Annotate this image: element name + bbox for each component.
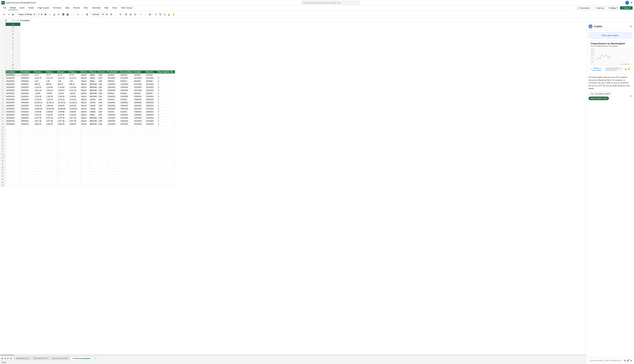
tab-insert[interactable]: Insert [18,6,26,10]
cell-r12c9[interactable]: 2/28/2022 [107,104,120,107]
empty-cell-r38c0[interactable] [6,184,20,187]
empty-cell-r33c13[interactable] [158,169,175,172]
cell-r2c0[interactable]: 10/20/2023 [6,74,20,77]
empty-cell-r36c13[interactable] [158,178,175,181]
cell-r10c11[interactable]: 2/28/2022 [134,98,146,101]
empty-cell-r36c11[interactable] [134,178,146,181]
cell-r9c8[interactable]: USD [98,95,107,98]
col-header-K[interactable]: K [6,57,20,60]
cell-r3c7[interactable]: SMALL [89,77,98,80]
empty-cell-r34c0[interactable] [6,172,20,175]
empty-cell-r20c6[interactable] [80,129,89,132]
empty-cell-r33c0[interactable] [6,169,20,172]
cell-r18c9[interactable]: 3/31/2022 [107,123,120,126]
empty-cell-r35c4[interactable] [57,175,69,178]
empty-cell-r38c6[interactable] [80,184,89,187]
empty-cell-r36c10[interactable] [120,178,134,181]
show-data-insights-button[interactable]: Show data insights [588,32,632,38]
cell-r8c6[interactable]: SALES [80,92,89,95]
empty-cell-r33c8[interactable] [98,169,107,172]
empty-cell-r34c10[interactable] [120,172,134,175]
cell-r17c6[interactable]: SALES [80,120,89,123]
empty-cell-r28c13[interactable] [158,153,175,156]
cell-r3c10[interactable]: 4/11/2022 [120,77,134,80]
empty-cell-r19c4[interactable] [57,126,69,129]
empty-cell-r19c9[interactable] [107,126,120,129]
empty-cell-r32c6[interactable] [80,166,89,169]
empty-cell-r28c1[interactable] [20,153,34,156]
empty-cell-r31c7[interactable] [89,162,98,166]
cell-r10c8[interactable]: USD [98,98,107,101]
empty-cell-r25c8[interactable] [98,144,107,147]
cell-r13c13[interactable]: 3 [158,107,175,110]
empty-cell-r21c5[interactable] [69,132,80,135]
insert-cells-button[interactable]: + [139,12,143,16]
empty-cell-r34c13[interactable] [158,172,175,175]
empty-cell-r34c4[interactable] [57,172,69,175]
empty-cell-r27c0[interactable] [6,150,20,153]
empty-cell-r29c3[interactable] [46,156,57,160]
empty-cell-r24c11[interactable] [134,141,146,144]
cell-r14c4[interactable]: 2,039.85 [57,110,69,114]
empty-cell-r25c4[interactable] [57,144,69,147]
cell-r16c2[interactable]: 2,877.48 [34,116,46,120]
cell-r13c1[interactable]: 3/20/2024 [20,107,34,110]
cell-r11c1[interactable]: 3/20/2024 [20,101,34,104]
cell-r16c5[interactable]: 2,877.48 [69,116,80,120]
cell-r10c2[interactable]: 1,223.33 [34,98,46,101]
another-insight-button[interactable]: Can I see another insight? [588,92,612,96]
empty-cell-r19c3[interactable] [46,126,57,129]
cell-r6c3[interactable]: 1,214.64 [46,86,57,89]
cell-r13c0[interactable]: 10/20/2023 [6,107,20,110]
cell-r11c13[interactable]: 2 [158,101,175,104]
empty-cell-r19c6[interactable] [80,126,89,129]
empty-cell-r26c12[interactable] [146,147,158,150]
empty-cell-r32c12[interactable] [146,166,158,169]
cell-r3c12[interactable]: 5/11/2022 [146,77,158,80]
cell-r10c6[interactable]: SALES [80,98,89,101]
empty-cell-r23c1[interactable] [20,138,34,141]
comma-button[interactable]: , [114,12,118,16]
cell-r9c13[interactable]: 5 [158,95,175,98]
empty-cell-r20c12[interactable] [146,129,158,132]
cell-r17c1[interactable]: 3/20/2024 [20,120,34,123]
empty-cell-r31c11[interactable] [134,162,146,166]
empty-cell-r29c13[interactable] [158,156,175,160]
empty-cell-r24c3[interactable] [46,141,57,144]
empty-cell-r26c11[interactable] [134,147,146,150]
cell-r2c4[interactable]: 12.72 [57,74,69,77]
empty-cell-r34c7[interactable] [89,172,98,175]
cell-r13c6[interactable]: SALES [80,107,89,110]
empty-cell-r19c10[interactable] [120,126,134,129]
empty-cell-r21c4[interactable] [57,132,69,135]
cell-r12c2[interactable]: 2,853.48 [34,104,46,107]
sheet-tab-duebycurrencies[interactable]: Due by Currencies [50,356,70,360]
empty-cell-r22c12[interactable] [146,135,158,138]
empty-cell-r22c3[interactable] [46,135,57,138]
cell-r12c10[interactable]: 2/28/2022 [120,104,134,107]
cell-r18c7[interactable]: MEDIUM [89,123,98,126]
empty-cell-r22c6[interactable] [80,135,89,138]
send-icon-button[interactable]: ➤ [630,359,632,362]
cell-r15c9[interactable]: 2/25/2022 [107,114,120,116]
cell-r13c8[interactable]: USD [98,107,107,110]
empty-cell-r24c5[interactable] [69,141,80,144]
tab-view[interactable]: View [82,6,90,10]
cell-r18c5[interactable]: 3,081.84 [69,123,80,126]
cell-r8c10[interactable]: 5/5/2022 [120,92,134,95]
cell-r6c1[interactable]: 3/20/2024 [20,86,34,89]
cell-r7c4[interactable]: 1,012.20 [57,89,69,92]
cell-r11c0[interactable]: 10/20/2023 [6,101,20,104]
cell-r2c6[interactable]: SALES [80,74,89,77]
empty-cell-r33c6[interactable] [80,169,89,172]
empty-cell-r27c13[interactable] [158,150,175,153]
empty-cell-r21c7[interactable] [89,132,98,135]
cell-r17c9[interactable]: 2/28/2022 [107,120,120,123]
empty-cell-r23c9[interactable] [107,138,120,141]
empty-cell-r21c8[interactable] [98,132,107,135]
empty-cell-r27c6[interactable] [80,150,89,153]
empty-cell-r33c11[interactable] [134,169,146,172]
cell-r7c8[interactable]: USD [98,89,107,92]
cell-r17c11[interactable]: 3/14/2022 [134,120,146,123]
sort-filter-button[interactable]: ⇅ [158,12,162,16]
